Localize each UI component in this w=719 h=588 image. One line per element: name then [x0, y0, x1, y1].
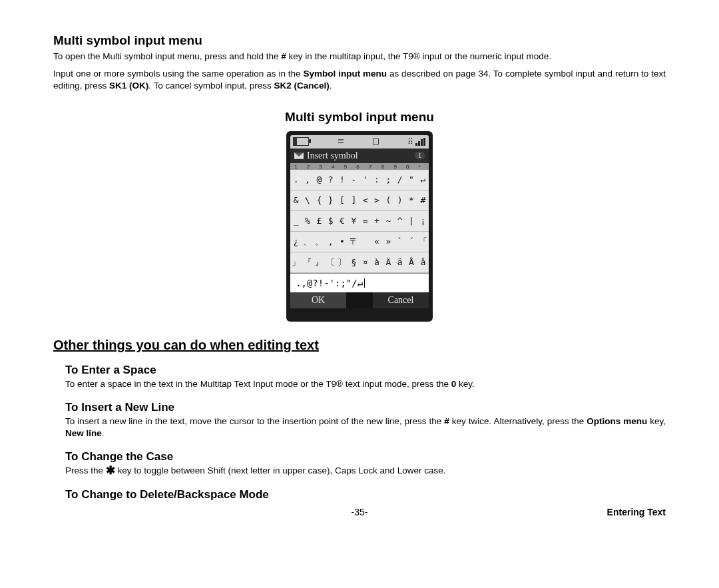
- symbol-row: _%£$€¥=+~^|¡: [290, 211, 429, 232]
- signal-icon: [415, 138, 426, 146]
- symbol-row: 」『』〔〕§¤àÄäÅå: [290, 252, 429, 273]
- phone-screenshot: = ⠿ Insert symbol 1 1 2 3 4 5 6 7 8 9 0 …: [53, 131, 666, 322]
- heading-enter-space: To Enter a Space: [65, 364, 666, 377]
- softkey-ok: OK: [290, 292, 346, 308]
- text-input-preview: .,@?!-':;"/↵: [290, 273, 429, 292]
- section-name: Entering Text: [461, 507, 666, 517]
- heading-multi-symbol: Multi symbol input menu: [53, 33, 666, 48]
- equals-icon: =: [338, 136, 344, 148]
- softkey-cancel: Cancel: [373, 292, 429, 308]
- softkey-bar: OK Cancel: [290, 292, 429, 308]
- page-footer: -35- Entering Text: [53, 507, 666, 517]
- manual-page: Multi symbol input menu To open the Mult…: [0, 0, 719, 537]
- heading-change-case: To Change the Case: [65, 450, 666, 463]
- paragraph: To enter a space in the text in the Mult…: [65, 378, 666, 390]
- heading-insert-new-line: To Insert a New Line: [65, 401, 666, 414]
- symbol-row: ¿、。,•〒 «»`´「: [290, 232, 429, 252]
- phone-frame: = ⠿ Insert symbol 1 1 2 3 4 5 6 7 8 9 0 …: [286, 131, 433, 322]
- battery-icon: [293, 137, 309, 146]
- heading-delete-backspace: To Change to Delete/Backspace Mode: [65, 488, 666, 501]
- softkey-middle: [346, 292, 373, 308]
- heading-other-things: Other things you can do when editing tex…: [53, 338, 666, 353]
- indicator-icon: [373, 139, 379, 145]
- figure-caption: Multi symbol input menu: [53, 110, 666, 125]
- paragraph: To insert a new line in the text, move t…: [65, 416, 666, 440]
- page-indicator: 1: [415, 152, 425, 159]
- envelope-icon: [294, 152, 304, 159]
- ruler: 1 2 3 4 5 6 7 8 9 0 * #: [290, 163, 429, 170]
- status-bar: = ⠿: [290, 135, 429, 148]
- paragraph: Input one or more symbols using the same…: [53, 68, 666, 92]
- screen-title-bar: Insert symbol 1: [290, 148, 429, 163]
- paragraph: To open the Multi symbol input menu, pre…: [53, 51, 666, 63]
- cursor-icon: [364, 278, 365, 288]
- dots-icon: ⠿: [407, 137, 413, 147]
- page-number: -35-: [258, 507, 462, 517]
- paragraph: Press the ✱ key to toggle between Shift …: [65, 465, 666, 477]
- symbol-row: &\{}[]<>()*#: [290, 190, 429, 211]
- screen-title: Insert symbol: [307, 150, 358, 161]
- symbol-row: .,@?!-':;/"↵: [290, 170, 429, 190]
- symbol-grid: .,@?!-':;/"↵ &\{}[]<>()*# _%£$€¥=+~^|¡ ¿…: [290, 170, 429, 273]
